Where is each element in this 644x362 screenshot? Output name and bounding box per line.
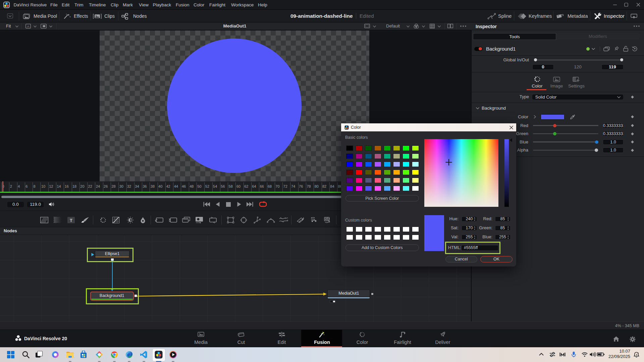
svg-text:T: T	[70, 218, 72, 223]
svg-text:z: z	[638, 352, 639, 354]
svg-text:A: A	[27, 24, 29, 28]
svg-text:z: z	[636, 353, 637, 356]
